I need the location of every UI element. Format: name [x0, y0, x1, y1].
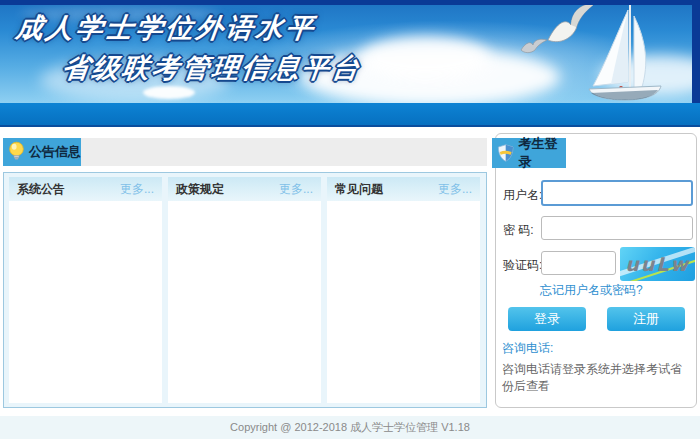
register-button[interactable]: 注册 [607, 307, 685, 331]
announcement-panel: 系统公告 更多... 政策规定 更多... 常见问题 更多... [3, 172, 487, 408]
cloud [143, 86, 195, 99]
site-title-line2: 省级联考管理信息平台 [60, 50, 364, 86]
footer: Copyright @ 2012-2018 成人学士学位管理 V1.18 [0, 416, 700, 439]
copyright-text: Copyright @ 2012-2018 成人学士学位管理 V1.18 [230, 421, 470, 433]
shield-icon [497, 143, 514, 163]
sky-background: 成人学士学位外语水平 省级联考管理信息平台 [0, 0, 700, 103]
tab-candidate-login[interactable]: 考生登录 [492, 138, 566, 168]
login-button[interactable]: 登录 [508, 307, 586, 331]
username-input[interactable] [541, 180, 693, 206]
column-faq: 常见问题 更多... [327, 177, 480, 403]
captcha-text: uuLw [625, 253, 690, 275]
captcha-label: 验证码: [503, 257, 542, 274]
more-link[interactable]: 更多... [120, 181, 154, 198]
tab-announcements-label: 公告信息 [29, 143, 81, 161]
right-navy-strip [692, 0, 700, 114]
column-header: 系统公告 更多... [9, 177, 162, 201]
captcha-image[interactable]: uuLw [620, 247, 695, 281]
tab-candidate-login-label: 考生登录 [518, 135, 566, 171]
column-policy-rules: 政策规定 更多... [168, 177, 321, 403]
site-title-line1: 成人学士学位外语水平 [14, 10, 318, 46]
column-header: 常见问题 更多... [327, 177, 480, 201]
phone-note: 咨询电话请登录系统并选择考试省份后查看 [502, 361, 692, 395]
column-system-announcements: 系统公告 更多... [9, 177, 162, 403]
page: 成人学士学位外语水平 省级联考管理信息平台 公告信息 系统公告 更多... [0, 0, 700, 439]
seagull-icon [520, 38, 548, 54]
header-banner: 成人学士学位外语水平 省级联考管理信息平台 [0, 0, 700, 127]
more-link[interactable]: 更多... [438, 181, 472, 198]
more-link[interactable]: 更多... [279, 181, 313, 198]
top-navy-strip [0, 0, 700, 5]
forgot-password-link[interactable]: 忘记用户名或密码? [540, 282, 643, 299]
password-input[interactable] [541, 216, 693, 240]
header-blue-bar [0, 103, 700, 127]
announcement-tabbar: 公告信息 [3, 138, 487, 166]
username-label: 用户名: [503, 187, 542, 204]
column-header: 政策规定 更多... [168, 177, 321, 201]
tab-announcements[interactable]: 公告信息 [3, 138, 81, 166]
column-title: 政策规定 [176, 181, 224, 198]
phone-title: 咨询电话: [502, 340, 553, 357]
sailboat-icon [583, 2, 669, 102]
column-title: 常见问题 [335, 181, 383, 198]
lightbulb-icon [8, 141, 25, 163]
captcha-input[interactable] [541, 251, 616, 275]
cloud [360, 36, 490, 80]
password-label: 密 码: [503, 222, 534, 239]
column-title: 系统公告 [17, 181, 65, 198]
